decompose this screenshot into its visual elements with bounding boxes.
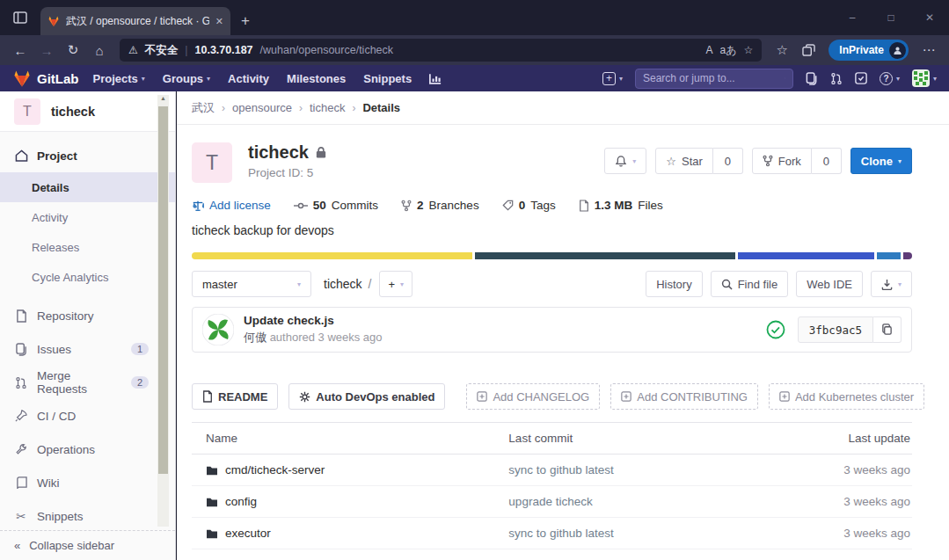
notifications-button[interactable]: ▾ [604,148,646,174]
scrollbar-thumb[interactable] [158,106,168,474]
sidebar-scrollbar[interactable]: ▲ [157,95,169,527]
history-button[interactable]: History [646,271,702,297]
chevron-down-icon: ▾ [933,75,937,83]
sidebar-item-releases[interactable]: Releases [0,232,175,262]
back-icon[interactable]: ← [9,43,32,58]
sidebar-item-merge-requests[interactable]: Merge Requests 2 [0,366,175,399]
project-description: ticheck backup for devops [192,223,912,237]
language-segment [903,252,912,259]
commits-stat[interactable]: 50Commits [294,199,378,212]
sidebar-item-snippets[interactable]: ✂ Snippets [0,499,175,533]
translate-icon[interactable]: aあ [720,43,737,58]
table-row[interactable]: cmd/ticheck-server sync to github latest… [192,455,912,486]
commit-sha[interactable]: 3fbc9ac5 [798,316,873,343]
sidebar-item-project[interactable]: Project [0,139,175,172]
refresh-icon[interactable]: ↻ [62,42,84,58]
browser-tab[interactable]: 武汉 / opensource / ticheck · Gi ✕ [40,7,230,35]
add-changelog-button[interactable]: Add CHANGELOG [466,383,600,410]
sidebar-item-repository[interactable]: Repository [0,299,175,332]
todos-icon[interactable] [855,72,867,84]
nav-projects[interactable]: Projects▾ [93,72,145,85]
issues-icon [14,343,28,356]
not-secure-label[interactable]: 不安全 [145,43,179,58]
breadcrumb-group[interactable]: 武汉 [192,100,215,116]
address-bar[interactable]: ⚠ 不安全 | 10.3.70.187 /wuhan/opensource/ti… [120,39,762,62]
commit-link[interactable]: sync to github latest [508,463,807,476]
user-menu-button[interactable]: ▾ [912,69,937,87]
download-button[interactable]: ▾ [871,271,912,297]
url-host: 10.3.70.187 [195,44,253,56]
sidebar-item-operations[interactable]: Operations [0,433,175,466]
close-button[interactable]: ✕ [910,11,949,24]
collections-icon[interactable] [797,44,820,56]
add-license-link[interactable]: Add license [192,199,271,212]
tab-actions-icon[interactable] [0,0,40,35]
readme-button[interactable]: README [192,383,278,410]
clone-button[interactable]: Clone ▾ [850,148,912,174]
sidebar-item-wiki[interactable]: Wiki [0,466,175,499]
add-contributing-button[interactable]: Add CONTRIBUTING [610,383,758,410]
sidebar-item-details[interactable]: Details [0,172,175,202]
minimize-button[interactable]: – [833,11,872,24]
star-button[interactable]: ☆ Star [655,148,713,174]
file-name[interactable]: cmd/ticheck-server [225,463,325,476]
commit-link[interactable]: upgrade ticheck [508,495,807,508]
fork-count[interactable]: 0 [812,148,842,174]
web-ide-button[interactable]: Web IDE [796,271,863,297]
pipeline-passed-icon[interactable] [766,320,785,339]
read-aloud-icon[interactable]: A [706,44,713,56]
add-favorite-icon[interactable]: ☆ [744,44,754,56]
add-kubernetes-button[interactable]: Add Kubernetes cluster [769,383,924,410]
nav-milestones[interactable]: Milestones [287,72,346,85]
browser-menu-icon[interactable]: ⋯ [917,42,940,58]
forward-icon[interactable]: → [35,43,58,58]
maximize-button[interactable]: □ [872,11,910,24]
file-name[interactable]: config [225,495,257,508]
star-count[interactable]: 0 [713,148,743,174]
scrollbar-up-icon[interactable]: ▲ [157,95,169,101]
inprivate-badge[interactable]: InPrivate [829,40,909,61]
files-stat[interactable]: 1.3 MBFiles [579,199,663,212]
commit-author[interactable]: 何傲 [244,331,266,344]
table-row[interactable]: executor sync to github latest 3 weeks a… [192,518,912,549]
merge-requests-icon[interactable] [830,72,843,85]
commit-message[interactable]: Update check.js [244,314,383,327]
favorites-icon[interactable]: ☆ [770,42,793,58]
collapse-sidebar-button[interactable]: « Collapse sidebar [0,530,175,560]
new-tab-button[interactable]: + [230,12,262,35]
commit-link[interactable]: sync to github latest [508,527,807,540]
new-menu-button[interactable]: + ▾ [602,72,623,85]
language-bar[interactable] [192,252,912,259]
browser-window: 武汉 / opensource / ticheck · Gi ✕ + – □ ✕… [0,0,949,560]
charts-icon[interactable] [429,73,442,84]
gitlab-logo[interactable]: GitLab [12,69,79,88]
home-icon[interactable]: ⌂ [88,43,111,58]
sidebar-item-cycle-analytics[interactable]: Cycle Analytics [0,262,175,292]
tab-close-icon[interactable]: ✕ [215,16,223,27]
nav-activity[interactable]: Activity [228,72,269,85]
sidebar-item-ci-cd[interactable]: CI / CD [0,399,175,433]
path-root[interactable]: ticheck [324,277,362,291]
fork-button[interactable]: Fork [752,148,812,174]
breadcrumb-project[interactable]: ticheck [310,101,345,114]
copy-sha-button[interactable] [873,316,902,343]
sidebar-item-issues[interactable]: Issues 1 [0,332,175,366]
tags-stat[interactable]: 0Tags [502,199,556,212]
sidebar-item-activity[interactable]: Activity [0,202,175,232]
find-file-button[interactable]: Find file [711,271,789,297]
sidebar-project-header[interactable]: T ticheck [0,91,175,132]
nav-groups[interactable]: Groups▾ [163,72,210,85]
table-row[interactable]: config upgrade ticheck 3 weeks ago [192,486,912,518]
search-input[interactable] [643,72,779,84]
issues-icon[interactable] [806,72,818,85]
branches-stat[interactable]: 2Branches [401,199,479,212]
help-menu-button[interactable]: ? ▾ [880,72,900,85]
add-file-button[interactable]: + ▾ [379,271,412,297]
fork-icon [763,155,773,167]
breadcrumb-subgroup[interactable]: opensource [232,101,292,114]
auto-devops-button[interactable]: Auto DevOps enabled [288,383,445,410]
merge-requests-count-badge: 2 [131,376,149,389]
nav-snippets[interactable]: Snippets [363,72,412,85]
file-name[interactable]: executor [225,527,271,540]
branch-selector[interactable]: master ▾ [192,271,311,297]
